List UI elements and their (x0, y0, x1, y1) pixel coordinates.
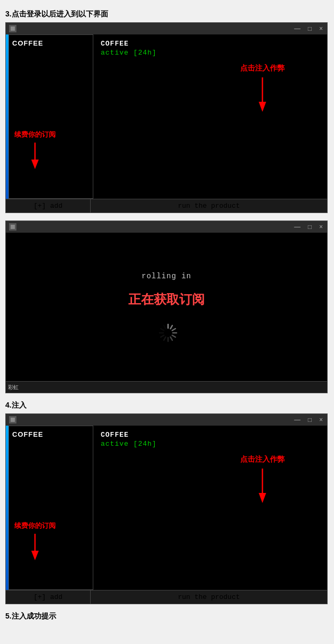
step5-heading: 5.注入成功提示 (5, 612, 329, 621)
minimize-btn3[interactable]: — (293, 416, 302, 424)
maximize-btn1[interactable]: □ (307, 25, 313, 32)
rolling-body: rolling in 正在获取订阅 (6, 233, 327, 381)
right-annotation3: 点击注入作弊 (240, 455, 285, 503)
maximize-btn2[interactable]: □ (307, 223, 313, 231)
app-body3: COFFEE 续费你的订阅 COFFEE (6, 426, 327, 590)
svg-line-10 (172, 336, 175, 338)
svg-marker-2 (31, 160, 39, 169)
window1: — □ × COFFEE 续费你的订阅 (5, 22, 328, 213)
close-btn1[interactable]: × (318, 25, 324, 32)
app-body1: COFFEE 续费你的订阅 COFFEE (6, 34, 327, 199)
svg-line-17 (164, 325, 166, 329)
right-annot-text1: 点击注入作弊 (240, 64, 285, 73)
add-btn3[interactable]: [+] add (6, 590, 91, 604)
svg-marker-20 (31, 551, 39, 560)
svg-rect-5 (11, 225, 15, 229)
left-panel-content1: COFFEE 续费你的订阅 (9, 35, 93, 198)
svg-marker-4 (259, 102, 266, 112)
left-panel-label3: COFFEE (12, 430, 90, 438)
right-arrow3 (254, 469, 270, 503)
left-panel1: COFFEE 续费你的订阅 (8, 34, 93, 199)
minimize-btn2[interactable]: — (293, 223, 302, 231)
right-panel-title1: COFFEE (101, 40, 320, 48)
svg-rect-0 (11, 27, 15, 31)
svg-line-8 (172, 329, 175, 331)
right-panel-status1: active [24h] (101, 49, 320, 57)
right-arrow1 (254, 77, 270, 112)
right-panel-status3: active [24h] (101, 440, 320, 448)
taskbar2: 彩虹 (6, 381, 327, 393)
rolling-title: rolling in (142, 272, 191, 280)
right-annotation1: 点击注入作弊 (240, 64, 285, 112)
window-controls1: — □ × (293, 25, 324, 32)
left-annotation1: 续费你的订阅 (14, 130, 56, 169)
svg-line-7 (171, 325, 173, 329)
maximize-btn3[interactable]: □ (307, 416, 313, 424)
svg-rect-18 (11, 418, 15, 422)
left-annot-text1: 续费你的订阅 (14, 130, 56, 139)
left-annotation3: 续费你的订阅 (14, 521, 56, 560)
right-panel1: COFFEE active [24h] 点击注入作弊 (93, 34, 327, 199)
rolling-status: 正在获取订阅 (128, 291, 205, 308)
titlebar2: — □ × (6, 221, 327, 233)
left-panel3: COFFEE 续费你的订阅 (8, 426, 93, 590)
window-icon3 (9, 416, 16, 424)
close-btn3[interactable]: × (318, 416, 324, 424)
window-controls3: — □ × (293, 416, 324, 424)
step3-heading: 3.点击登录以后进入到以下界面 (5, 10, 329, 19)
window-controls2: — □ × (293, 223, 324, 231)
window-icon2 (9, 223, 16, 231)
add-btn1[interactable]: [+] add (6, 199, 91, 213)
svg-marker-22 (259, 493, 266, 503)
minimize-btn1[interactable]: — (293, 25, 302, 32)
left-panel-content3: COFFEE 续费你的订阅 (9, 426, 93, 589)
window3: — □ × COFFEE 续费你的订阅 (5, 413, 328, 604)
left-annot-text3: 续费你的订阅 (14, 521, 56, 531)
svg-line-16 (161, 329, 164, 331)
run-product-btn1[interactable]: run the product (91, 199, 327, 213)
close-btn2[interactable]: × (318, 223, 324, 231)
window2: — □ × rolling in 正在获取订阅 (5, 220, 328, 393)
left-arrow1 (27, 143, 43, 169)
left-arrow3 (27, 534, 43, 560)
right-panel-title3: COFFEE (101, 431, 320, 439)
step4-heading: 4.注入 (5, 401, 329, 410)
left-panel-label1: COFFEE (12, 39, 90, 47)
right-panel3: COFFEE active [24h] 点击注入作弊 (93, 426, 327, 590)
taskbar-text2: 彩虹 (8, 384, 19, 391)
svg-line-14 (161, 336, 164, 338)
footer-row1: [+] add run the product (6, 199, 327, 213)
right-annot-text3: 点击注入作弊 (240, 455, 285, 464)
run-product-btn3[interactable]: run the product (91, 590, 327, 604)
svg-line-11 (171, 337, 173, 340)
loading-spinner (156, 321, 177, 342)
footer-row3: [+] add run the product (6, 590, 327, 604)
window-icon1 (9, 25, 16, 32)
titlebar3: — □ × (6, 414, 327, 426)
svg-line-13 (164, 337, 166, 340)
titlebar1: — □ × (6, 23, 327, 34)
